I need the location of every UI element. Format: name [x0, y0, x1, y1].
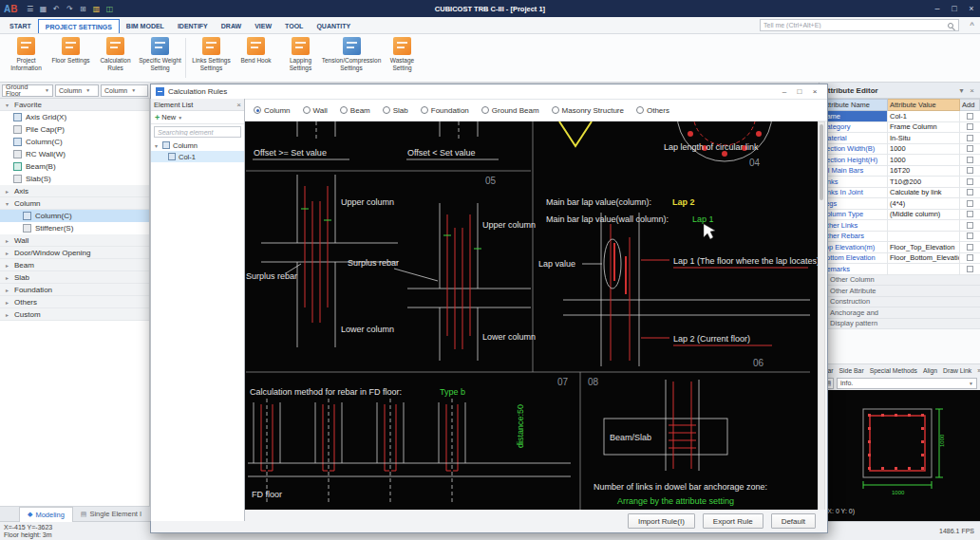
sidebar-item-beam[interactable]: Beam(B): [0, 160, 149, 173]
attr-row-column-type[interactable]: Column Type(Middle column): [820, 210, 980, 221]
attr-value[interactable]: [888, 264, 960, 274]
dialog-maximize-button[interactable]: □: [792, 87, 807, 96]
redo-icon[interactable]: ↷: [63, 5, 76, 13]
attr-group-other-column[interactable]: +Other Column: [820, 275, 980, 287]
radio-wall[interactable]: Wall: [303, 106, 328, 115]
window-close-button[interactable]: ×: [963, 4, 980, 13]
element-list-header[interactable]: Element List ×: [151, 99, 244, 111]
attr-value[interactable]: (4*4): [888, 198, 960, 209]
attr-add-cell[interactable]: [960, 155, 980, 165]
element-search-box[interactable]: [154, 126, 241, 138]
element-tree-group[interactable]: ▾Column: [151, 140, 244, 151]
add-checkbox[interactable]: [967, 157, 973, 163]
ribbon-item-tension-compression-settings[interactable]: Tension/Compression Settings: [323, 34, 380, 82]
attr-add-cell[interactable]: [960, 122, 980, 133]
add-checkbox[interactable]: [967, 244, 973, 251]
attr-row-name[interactable]: NameCol-1: [820, 111, 980, 122]
tab-single-element[interactable]: ▤Single Element I: [73, 507, 149, 522]
ribbon-item-wastage-setting[interactable]: Wastage Setting: [380, 34, 424, 82]
element-search-input[interactable]: [158, 129, 237, 136]
window-maximize-button[interactable]: □: [946, 4, 963, 13]
attr-value[interactable]: 16T20: [888, 166, 960, 177]
attr-value[interactable]: (Middle column): [888, 210, 960, 220]
tab-modeling[interactable]: ◆Modeling: [19, 507, 73, 522]
element-select[interactable]: Column▼: [101, 84, 148, 97]
attr-add-cell[interactable]: [960, 264, 980, 274]
search-input[interactable]: [763, 22, 948, 28]
radio-foundation[interactable]: Foundation: [421, 106, 469, 115]
sidebar-item-column-c[interactable]: Column(C): [0, 210, 149, 222]
tab-draw[interactable]: DRAW: [215, 19, 248, 33]
radio-column[interactable]: Column: [254, 106, 291, 115]
attr-value[interactable]: T10@200: [888, 177, 960, 187]
attr-add-cell[interactable]: [960, 144, 980, 155]
grid-icon[interactable]: ⊞: [76, 5, 89, 13]
radio-ground-beam[interactable]: Ground Beam: [481, 106, 539, 115]
add-checkbox[interactable]: [967, 266, 973, 272]
sidebar-section-foundation[interactable]: ▸Foundation: [0, 284, 149, 296]
attr-value[interactable]: [888, 232, 960, 242]
attr-row-bottom-elevation[interactable]: Bottom ElevationFloor_Bottom_Elevation: [820, 253, 980, 265]
attr-row-other-rebars[interactable]: Other Rebars: [820, 232, 980, 243]
add-checkbox[interactable]: [967, 167, 973, 174]
tab-project-settings[interactable]: PROJECT SETTINGS: [38, 19, 120, 33]
info-dropdown[interactable]: info.▼: [837, 378, 977, 389]
tab-tool[interactable]: TOOL: [278, 19, 310, 33]
menu-item-side-bar[interactable]: Side Bar: [839, 367, 864, 374]
sidebar-section-slab[interactable]: ▸Slab: [0, 271, 149, 284]
attr-add-cell[interactable]: [960, 210, 980, 220]
attr-row-links[interactable]: LinksT10@200: [820, 177, 980, 188]
attr-group-anchorage[interactable]: +Anchorage and: [820, 307, 980, 319]
ribbon-item-specific-weight-setting[interactable]: Specific Weight Setting: [138, 34, 182, 82]
undo-icon[interactable]: ↶: [49, 5, 63, 13]
floor-select[interactable]: Ground Floor▼: [2, 84, 53, 97]
add-checkbox[interactable]: [967, 211, 973, 217]
attr-value[interactable]: [888, 220, 960, 231]
attr-add-cell[interactable]: [960, 198, 980, 209]
attr-add-cell[interactable]: [960, 220, 980, 231]
dialog-titlebar[interactable]: Calculation Rules – □ ×: [151, 84, 827, 100]
dialog-scrollbar[interactable]: [818, 121, 825, 512]
pin-icon[interactable]: ▾: [956, 86, 967, 95]
new-element-button[interactable]: +New▼: [155, 113, 182, 122]
attr-value[interactable]: 1000: [888, 144, 960, 155]
attr-row-all-main-bars[interactable]: All Main Bars16T20: [820, 166, 980, 177]
sidebar-section-door-window-opening[interactable]: ▸Door/Window Opening: [0, 247, 149, 259]
ribbon-item-bend-hook[interactable]: Bend Hook: [234, 34, 278, 82]
scrollbar-thumb[interactable]: [820, 124, 823, 200]
add-checkbox[interactable]: [967, 135, 973, 141]
attr-row-top-elevation[interactable]: Top Elevation(m)Floor_Top_Elevation: [820, 242, 980, 253]
radio-others[interactable]: Others: [636, 106, 669, 115]
ribbon-item-links-settings[interactable]: Links Settings Settings: [189, 34, 234, 82]
tab-bim-model[interactable]: BIM MODEL: [120, 19, 171, 33]
sidebar-section-beam[interactable]: ▸Beam: [0, 259, 149, 271]
attr-value[interactable]: Floor_Bottom_Elevation: [888, 253, 960, 264]
menu-item-draw-link[interactable]: Draw Link: [943, 367, 971, 374]
sidebar-section-wall[interactable]: ▸Wall: [0, 234, 149, 247]
attr-row-remarks[interactable]: Remarks: [820, 264, 980, 275]
element-tree-item-col1[interactable]: Col-1: [151, 151, 244, 162]
attr-value[interactable]: Frame Column: [888, 122, 960, 133]
attr-row-section-width[interactable]: Section Width(B)1000: [820, 144, 980, 156]
tab-view[interactable]: VIEW: [248, 19, 278, 33]
attr-add-cell[interactable]: [960, 188, 980, 198]
add-checkbox[interactable]: [967, 200, 973, 207]
attr-row-material[interactable]: MaterialIn-Situ: [820, 133, 980, 144]
tab-identify[interactable]: IDENTIFY: [171, 19, 215, 33]
attr-add-cell[interactable]: [960, 133, 980, 143]
attr-value[interactable]: 1000: [888, 155, 960, 165]
sidebar-item-axis-grid[interactable]: Axis Grid(X): [0, 111, 149, 123]
tellme-searchbox[interactable]: [760, 19, 959, 31]
sidebar-section-axis[interactable]: ▸Axis: [0, 185, 149, 197]
sidebar-section-custom[interactable]: ▸Custom: [0, 308, 149, 321]
attr-row-section-height[interactable]: Section Height(H)1000: [820, 155, 980, 166]
attr-add-cell[interactable]: [960, 111, 980, 121]
add-checkbox[interactable]: [967, 113, 973, 120]
import-rule-button[interactable]: Import Rule(I): [628, 513, 695, 529]
close-icon[interactable]: ×: [967, 86, 977, 95]
add-checkbox[interactable]: [967, 123, 973, 130]
add-checkbox[interactable]: [967, 222, 973, 229]
attr-row-other-links[interactable]: Other Links: [820, 220, 980, 232]
attr-add-cell[interactable]: [960, 177, 980, 187]
collapse-ribbon-icon[interactable]: ^: [970, 21, 974, 29]
